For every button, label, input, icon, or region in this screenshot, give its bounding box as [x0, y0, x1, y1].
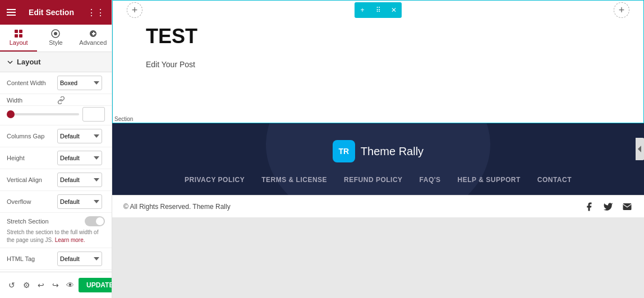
- history-icon[interactable]: ↺: [7, 280, 17, 290]
- section-identifier: Section: [114, 116, 133, 122]
- tab-layout-label: Layout: [10, 39, 28, 46]
- stretch-hint: Stretch the section to the full width of…: [7, 229, 105, 244]
- link-icon: [57, 96, 65, 104]
- move-section-btn[interactable]: ⠿: [370, 2, 386, 18]
- overflow-label: Overflow: [7, 198, 57, 205]
- settings-icon[interactable]: ⚙: [21, 280, 31, 290]
- content-width-select[interactable]: Boxed: [57, 76, 102, 90]
- nav-help-support[interactable]: HELP & SUPPORT: [458, 176, 521, 184]
- tab-style-label: Style: [49, 39, 62, 46]
- left-panel: Edit Section ⋮⋮ Layout Style Advanced: [0, 0, 112, 298]
- twitter-svg: [603, 202, 613, 212]
- overflow-control: Default: [57, 194, 105, 209]
- svg-rect-3: [19, 34, 22, 38]
- footer-logo-text: Theme Rally: [361, 145, 424, 158]
- grid-icon[interactable]: ⋮⋮: [87, 7, 105, 18]
- content-width-control: Boxed: [57, 76, 105, 90]
- add-left-plus: +: [132, 4, 138, 16]
- test-heading: TEST: [146, 25, 610, 48]
- preview-icon[interactable]: 👁: [65, 280, 75, 290]
- width-slider-input[interactable]: [82, 107, 105, 122]
- width-label: Width: [7, 97, 57, 104]
- stretch-section-label: Stretch Section: [7, 218, 57, 225]
- vertical-align-control: Default: [57, 173, 105, 187]
- panel-header: Edit Section ⋮⋮: [0, 0, 112, 25]
- add-left-btn[interactable]: +: [127, 2, 142, 18]
- undo-icon[interactable]: ↩: [36, 280, 46, 290]
- update-btn-group: UPDATE ▲: [79, 278, 112, 292]
- stretch-label-row: Stretch Section: [7, 216, 105, 226]
- facebook-svg: [584, 202, 594, 212]
- copyright-text: © All Rights Reserved. Theme Rally: [123, 203, 231, 211]
- advanced-icon: [89, 29, 98, 38]
- add-section-btn[interactable]: +: [355, 2, 370, 18]
- white-content-area: TEST Edit Your Post Section: [112, 0, 644, 123]
- html-tag-select[interactable]: Default: [57, 252, 102, 266]
- tab-advanced-label: Advanced: [79, 39, 107, 46]
- columns-gap-row: Columns Gap Default: [0, 125, 112, 147]
- content-width-label: Content Width: [7, 80, 57, 86]
- learn-more-link[interactable]: Learn more.: [55, 237, 85, 243]
- height-select[interactable]: Default: [57, 151, 102, 165]
- height-control: Default: [57, 151, 105, 165]
- footer-nav: PRIVACY POLICY TERMS & LICENSE REFUND PO…: [135, 176, 622, 184]
- overflow-select[interactable]: Default: [57, 194, 102, 209]
- email-svg: [622, 202, 632, 212]
- layout-label: Layout: [17, 58, 41, 66]
- panel-tabs: Layout Style Advanced: [0, 25, 112, 52]
- nav-refund-policy[interactable]: REFUND POLICY: [344, 176, 403, 184]
- stretch-toggle[interactable]: [85, 216, 105, 226]
- email-icon[interactable]: [622, 201, 633, 212]
- overflow-row: Overflow Default: [0, 191, 112, 213]
- nav-faqs[interactable]: FAQ'S: [420, 176, 441, 184]
- vertical-align-label: Vertical Align: [7, 176, 57, 183]
- bottom-bar: © All Rights Reserved. Theme Rally: [112, 195, 644, 217]
- columns-gap-select[interactable]: Default: [57, 129, 102, 143]
- twitter-icon[interactable]: [602, 201, 614, 212]
- tab-style[interactable]: Style: [37, 25, 74, 52]
- add-column-right[interactable]: +: [599, 0, 644, 20]
- collapse-icon: [7, 59, 13, 66]
- hamburger-icon[interactable]: [7, 9, 16, 16]
- svg-point-5: [54, 32, 57, 35]
- width-slider-row: [0, 106, 112, 125]
- panel-title: Edit Section: [29, 8, 74, 17]
- html-tag-control: Default: [57, 252, 105, 266]
- height-row: Height Default: [0, 147, 112, 169]
- add-column-left[interactable]: +: [112, 0, 157, 20]
- footer-icons: ↺ ⚙ ↩ ↪ 👁: [7, 280, 75, 290]
- vertical-align-row: Vertical Align Default: [0, 169, 112, 191]
- nav-contact[interactable]: CONTACT: [537, 176, 572, 184]
- html-tag-label: HTML Tag: [7, 255, 57, 262]
- add-right-plus: +: [619, 4, 625, 16]
- height-label: Height: [7, 155, 57, 161]
- width-slider-track[interactable]: [7, 113, 79, 115]
- html-tag-row: HTML Tag Default: [0, 248, 112, 270]
- redo-icon[interactable]: ↪: [50, 280, 61, 290]
- content-width-row: Content Width Boxed: [0, 72, 112, 94]
- footer-logo-row: TR Theme Rally: [135, 140, 622, 162]
- facebook-icon[interactable]: [583, 201, 595, 212]
- vertical-align-select[interactable]: Default: [57, 173, 102, 187]
- toggle-knob: [96, 217, 104, 225]
- nav-terms-license[interactable]: TERMS & LICENSE: [261, 176, 327, 184]
- edit-post-link[interactable]: Edit Your Post: [146, 60, 195, 69]
- panel-footer: ↺ ⚙ ↩ ↪ 👁 UPDATE ▲: [0, 272, 112, 298]
- svg-rect-2: [15, 34, 18, 38]
- columns-gap-control: Default: [57, 129, 105, 143]
- tab-advanced[interactable]: Advanced: [75, 25, 112, 52]
- panel-content: Layout Content Width Boxed Width: [0, 52, 112, 272]
- width-slider-thumb[interactable]: [7, 110, 15, 118]
- svg-rect-0: [15, 30, 18, 33]
- width-row: Width: [0, 94, 112, 106]
- stretch-section-row: Stretch Section Stretch the section to t…: [0, 213, 112, 248]
- close-section-btn[interactable]: ✕: [386, 2, 402, 18]
- social-icons: [583, 201, 633, 212]
- add-right-btn[interactable]: +: [614, 2, 629, 18]
- nav-privacy-policy[interactable]: PRIVACY POLICY: [185, 176, 245, 184]
- columns-gap-label: Columns Gap: [7, 133, 57, 139]
- tab-layout[interactable]: Layout: [0, 25, 37, 52]
- footer-area: TR Theme Rally PRIVACY POLICY TERMS & LI…: [112, 123, 644, 195]
- update-button[interactable]: UPDATE: [79, 278, 112, 292]
- section-controls: + ⠿ ✕: [355, 2, 402, 18]
